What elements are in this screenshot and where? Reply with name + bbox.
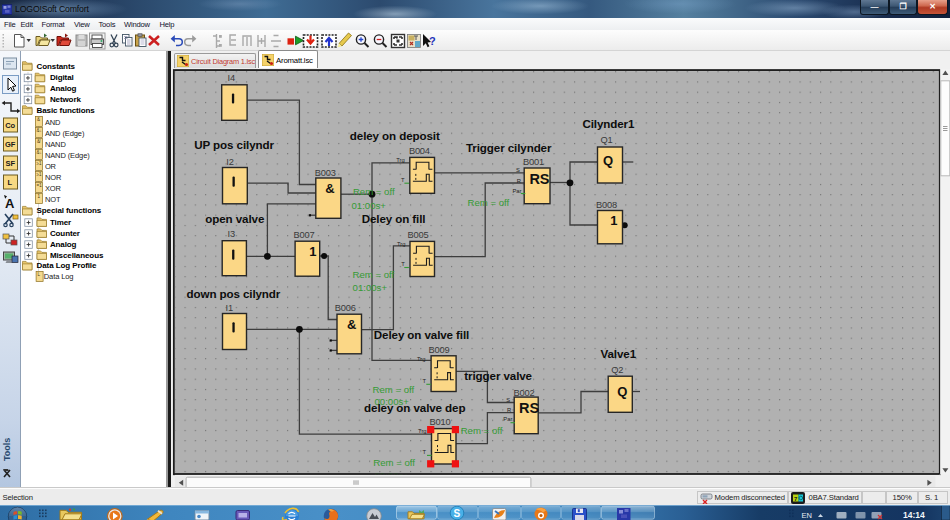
svg-text:S: S: [516, 167, 520, 173]
svg-text:≥1: ≥1: [37, 172, 42, 177]
svg-text:S: S: [454, 508, 461, 519]
svg-text:B009: B009: [428, 345, 449, 355]
svg-text:B003: B003: [314, 168, 335, 178]
svg-text:RS: RS: [519, 400, 539, 416]
svg-text:Data Log: Data Log: [44, 272, 74, 281]
svg-text:Trigger cilynder: Trigger cilynder: [466, 141, 552, 154]
svg-text:&↓: &↓: [37, 150, 42, 155]
svg-text:RS: RS: [529, 171, 549, 187]
svg-text:B005: B005: [407, 230, 428, 240]
svg-text:Rem = off: Rem = off: [373, 457, 415, 468]
svg-text:Trg: Trg: [418, 428, 426, 434]
svg-text:T: T: [401, 261, 405, 267]
svg-text:S: S: [506, 397, 510, 403]
svg-text:Q2: Q2: [611, 365, 623, 375]
svg-text:01:00s+: 01:00s+: [352, 282, 387, 293]
svg-text:AND (Edge): AND (Edge): [45, 129, 85, 138]
svg-text:Timer: Timer: [50, 218, 71, 227]
svg-text:Special functions: Special functions: [37, 206, 102, 215]
svg-text:Digital: Digital: [50, 73, 74, 82]
svg-text:R: R: [516, 178, 520, 184]
svg-text:T: T: [422, 378, 426, 384]
svg-text:deley on valve dep: deley on valve dep: [364, 401, 465, 414]
svg-text:Network: Network: [50, 95, 82, 104]
svg-text:B008: B008: [596, 200, 617, 210]
svg-text:GF: GF: [5, 140, 16, 149]
svg-text:Trg: Trg: [417, 356, 425, 362]
svg-text:Basic functions: Basic functions: [37, 106, 96, 115]
svg-text:B007: B007: [293, 230, 314, 240]
svg-text:Rem = off: Rem = off: [467, 197, 509, 208]
svg-text:trigger valve: trigger valve: [464, 369, 532, 382]
svg-text:Constants: Constants: [37, 62, 76, 71]
svg-text:I2: I2: [226, 157, 233, 167]
svg-text:&: &: [37, 117, 40, 122]
svg-text:XOR: XOR: [45, 184, 62, 193]
svg-text:B010: B010: [429, 417, 450, 427]
svg-text:L: L: [8, 178, 13, 187]
svg-text:UP pos cilyndr: UP pos cilyndr: [194, 138, 274, 151]
svg-text:T: T: [401, 177, 405, 183]
svg-text:14:14: 14:14: [903, 510, 925, 520]
svg-text:NOT: NOT: [45, 195, 61, 204]
svg-text:Cilynder1: Cilynder1: [582, 117, 635, 130]
svg-text:B006: B006: [334, 303, 355, 313]
svg-text:I4: I4: [227, 73, 234, 83]
svg-text:Miscellaneous: Miscellaneous: [50, 251, 104, 260]
svg-text:Analog: Analog: [50, 84, 77, 93]
svg-text:open valve: open valve: [205, 212, 265, 225]
svg-text:Rem = off: Rem = off: [352, 186, 394, 197]
svg-text:Trg: Trg: [396, 241, 404, 247]
svg-text:≥1: ≥1: [37, 161, 42, 166]
svg-text:B004: B004: [408, 146, 429, 156]
svg-text:01:00s+: 01:00s+: [351, 200, 386, 211]
svg-text:T: T: [422, 449, 426, 455]
svg-text:Data Log Profile: Data Log Profile: [37, 261, 97, 270]
svg-text:deley on deposit: deley on deposit: [349, 129, 439, 142]
svg-text:=1: =1: [37, 183, 43, 188]
svg-text:1: 1: [610, 213, 617, 228]
svg-text:SF: SF: [5, 159, 15, 168]
svg-text:I3: I3: [227, 229, 234, 239]
svg-text:NOR: NOR: [45, 173, 62, 182]
svg-text:&: &: [346, 317, 355, 332]
svg-text:Co: Co: [5, 121, 15, 130]
svg-text:Counter: Counter: [50, 229, 80, 238]
svg-text:Q: Q: [617, 384, 627, 399]
svg-text:Par: Par: [512, 188, 521, 194]
svg-text:AND: AND: [45, 118, 61, 127]
svg-text:&↓: &↓: [37, 128, 42, 133]
svg-text:I1: I1: [225, 303, 232, 313]
svg-text:EN: EN: [802, 511, 812, 520]
svg-text:OR: OR: [45, 162, 57, 171]
svg-text:Q1: Q1: [600, 135, 612, 145]
svg-text:Deley on fill: Deley on fill: [361, 212, 425, 225]
svg-text:Q: Q: [603, 153, 613, 168]
svg-text:B001: B001: [523, 157, 544, 167]
svg-text:Analog: Analog: [50, 240, 77, 249]
svg-text:1: 1: [309, 244, 316, 259]
svg-text:B002: B002: [513, 388, 534, 398]
svg-text:Trg: Trg: [396, 157, 404, 163]
svg-text:?: ?: [429, 35, 436, 47]
svg-text:Rem = off: Rem = off: [460, 425, 502, 436]
svg-text:Valve1: Valve1: [600, 347, 636, 360]
svg-text:A: A: [5, 196, 15, 211]
svg-text:Rem = off: Rem = off: [352, 269, 394, 280]
svg-text:Deley on valve fill: Deley on valve fill: [373, 328, 468, 341]
svg-text:down pos cilyndr: down pos cilyndr: [186, 287, 280, 300]
svg-text:NAND: NAND: [45, 140, 67, 149]
svg-text:NAND (Edge): NAND (Edge): [45, 151, 90, 160]
svg-text:R: R: [507, 407, 511, 413]
svg-text:Par: Par: [503, 416, 512, 422]
svg-text:Rem = off: Rem = off: [372, 384, 414, 395]
svg-text:&: &: [325, 181, 334, 196]
